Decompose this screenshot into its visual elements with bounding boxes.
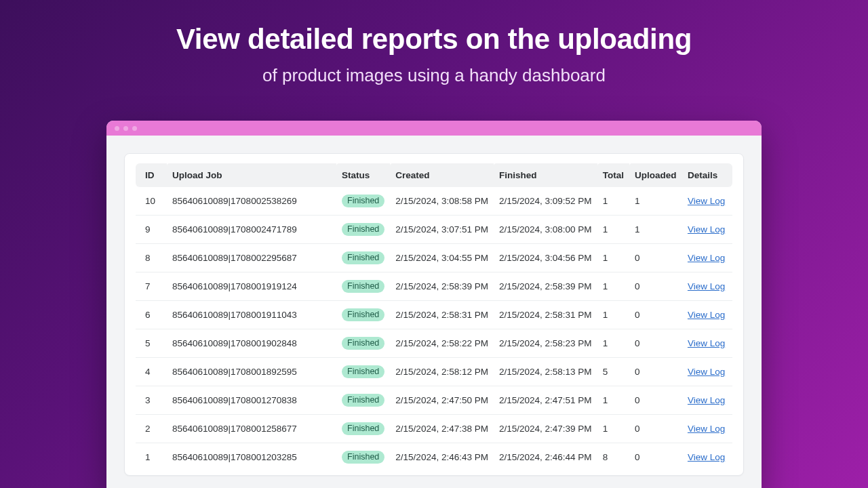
- table-row: 485640610089|1708001892595Finished2/15/2…: [136, 358, 732, 386]
- view-log-link[interactable]: View Log: [688, 452, 725, 462]
- cell-id: 1: [136, 443, 167, 472]
- cell-job: 85640610089|1708001203285: [167, 443, 336, 472]
- cell-details: View Log: [682, 216, 732, 244]
- status-badge: Finished: [342, 337, 384, 350]
- cell-status: Finished: [336, 443, 390, 472]
- table-row: 285640610089|1708001258677Finished2/15/2…: [136, 415, 732, 443]
- cell-created: 2/15/2024, 2:58:12 PM: [390, 358, 494, 386]
- cell-details: View Log: [682, 244, 732, 272]
- table-row: 385640610089|1708001270838Finished2/15/2…: [136, 386, 732, 415]
- table-row: 885640610089|1708002295687Finished2/15/2…: [136, 244, 732, 272]
- cell-status: Finished: [336, 301, 390, 329]
- cell-details: View Log: [682, 187, 732, 216]
- view-log-link[interactable]: View Log: [688, 338, 725, 348]
- cell-status: Finished: [336, 358, 390, 386]
- view-log-link[interactable]: View Log: [688, 196, 725, 206]
- cell-status: Finished: [336, 415, 390, 443]
- header-id: ID: [136, 163, 167, 187]
- cell-details: View Log: [682, 272, 732, 301]
- status-badge: Finished: [342, 223, 384, 236]
- table-header-row: ID Upload Job Status Created Finished To…: [136, 163, 732, 187]
- cell-created: 2/15/2024, 2:58:31 PM: [390, 301, 494, 329]
- status-badge: Finished: [342, 394, 384, 407]
- status-badge: Finished: [342, 251, 384, 264]
- cell-id: 7: [136, 272, 167, 301]
- cell-status: Finished: [336, 386, 390, 415]
- table-row: 585640610089|1708001902848Finished2/15/2…: [136, 329, 732, 358]
- browser-window: ID Upload Job Status Created Finished To…: [106, 121, 762, 488]
- cell-job: 85640610089|1708002471789: [167, 216, 336, 244]
- upload-report-table: ID Upload Job Status Created Finished To…: [136, 163, 732, 471]
- cell-uploaded: 0: [629, 415, 682, 443]
- cell-finished: 2/15/2024, 2:58:13 PM: [494, 358, 597, 386]
- cell-total: 1: [597, 386, 629, 415]
- view-log-link[interactable]: View Log: [688, 310, 725, 320]
- traffic-light-minimize-icon[interactable]: [123, 126, 128, 131]
- cell-uploaded: 1: [629, 216, 682, 244]
- content-area: ID Upload Job Status Created Finished To…: [106, 136, 762, 488]
- cell-uploaded: 0: [629, 443, 682, 472]
- view-log-link[interactable]: View Log: [688, 224, 725, 235]
- status-badge: Finished: [342, 308, 384, 321]
- hero-subtitle: of product images using a handy dashboar…: [0, 65, 868, 86]
- cell-finished: 2/15/2024, 2:58:31 PM: [494, 301, 597, 329]
- cell-status: Finished: [336, 329, 390, 358]
- cell-total: 1: [597, 216, 629, 244]
- header-details: Details: [682, 163, 732, 187]
- cell-id: 6: [136, 301, 167, 329]
- cell-finished: 2/15/2024, 2:47:51 PM: [494, 386, 597, 415]
- traffic-light-zoom-icon[interactable]: [132, 126, 137, 131]
- cell-id: 8: [136, 244, 167, 272]
- status-badge: Finished: [342, 422, 384, 435]
- cell-created: 2/15/2024, 3:04:55 PM: [390, 244, 494, 272]
- header-total: Total: [597, 163, 629, 187]
- cell-id: 3: [136, 386, 167, 415]
- cell-total: 1: [597, 187, 629, 216]
- cell-job: 85640610089|1708001892595: [167, 358, 336, 386]
- status-badge: Finished: [342, 280, 384, 293]
- hero: View detailed reports on the uploading o…: [0, 0, 868, 86]
- cell-created: 2/15/2024, 2:58:22 PM: [390, 329, 494, 358]
- cell-total: 1: [597, 329, 629, 358]
- cell-total: 5: [597, 358, 629, 386]
- table-row: 185640610089|1708001203285Finished2/15/2…: [136, 443, 732, 472]
- header-finished: Finished: [494, 163, 597, 187]
- cell-finished: 2/15/2024, 3:08:00 PM: [494, 216, 597, 244]
- cell-finished: 2/15/2024, 2:58:39 PM: [494, 272, 597, 301]
- view-log-link[interactable]: View Log: [688, 281, 725, 291]
- cell-id: 4: [136, 358, 167, 386]
- cell-job: 85640610089|1708001902848: [167, 329, 336, 358]
- cell-details: View Log: [682, 386, 732, 415]
- cell-created: 2/15/2024, 2:47:38 PM: [390, 415, 494, 443]
- cell-created: 2/15/2024, 2:46:43 PM: [390, 443, 494, 472]
- cell-details: View Log: [682, 301, 732, 329]
- cell-finished: 2/15/2024, 2:47:39 PM: [494, 415, 597, 443]
- cell-id: 5: [136, 329, 167, 358]
- cell-uploaded: 0: [629, 272, 682, 301]
- cell-details: View Log: [682, 443, 732, 472]
- cell-details: View Log: [682, 415, 732, 443]
- cell-job: 85640610089|1708001258677: [167, 415, 336, 443]
- cell-job: 85640610089|1708001919124: [167, 272, 336, 301]
- status-badge: Finished: [342, 195, 384, 207]
- cell-created: 2/15/2024, 3:08:58 PM: [390, 187, 494, 216]
- cell-status: Finished: [336, 216, 390, 244]
- cell-finished: 2/15/2024, 3:09:52 PM: [494, 187, 597, 216]
- cell-finished: 2/15/2024, 2:58:23 PM: [494, 329, 597, 358]
- cell-id: 9: [136, 216, 167, 244]
- cell-details: View Log: [682, 329, 732, 358]
- header-created: Created: [390, 163, 494, 187]
- cell-finished: 2/15/2024, 3:04:56 PM: [494, 244, 597, 272]
- traffic-light-close-icon[interactable]: [115, 126, 119, 131]
- view-log-link[interactable]: View Log: [688, 395, 725, 405]
- cell-uploaded: 1: [629, 187, 682, 216]
- cell-job: 85640610089|1708001911043: [167, 301, 336, 329]
- window-titlebar: [106, 121, 762, 136]
- view-log-link[interactable]: View Log: [688, 424, 725, 434]
- cell-job: 85640610089|1708002295687: [167, 244, 336, 272]
- hero-title: View detailed reports on the uploading: [0, 23, 868, 56]
- view-log-link[interactable]: View Log: [688, 367, 725, 377]
- cell-created: 2/15/2024, 3:07:51 PM: [390, 216, 494, 244]
- cell-uploaded: 0: [629, 301, 682, 329]
- view-log-link[interactable]: View Log: [688, 253, 725, 263]
